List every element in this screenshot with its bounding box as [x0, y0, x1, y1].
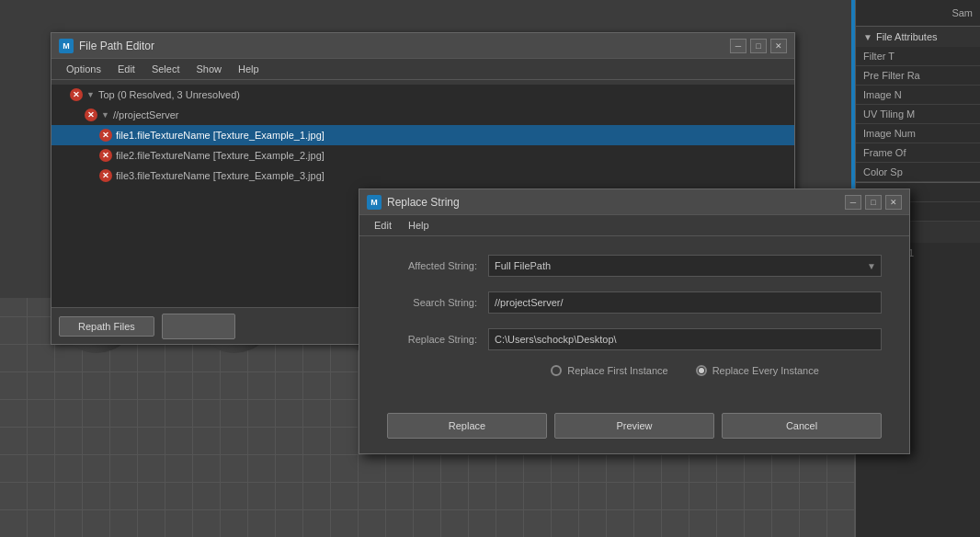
- arrow-expand-top: ▼: [86, 90, 95, 99]
- tree-row-server[interactable]: ✕ ▼ //projectServer: [51, 105, 794, 125]
- search-string-input[interactable]: [488, 291, 882, 314]
- error-icon-file2: ✕: [99, 149, 112, 162]
- close-button[interactable]: ✕: [770, 39, 787, 53]
- pre-filter-label: Pre Filter Ra: [863, 70, 920, 81]
- replace-dialog-controls: ─ □ ✕: [845, 195, 902, 210]
- color-sp-label: Color Sp: [863, 166, 903, 177]
- window-icon: M: [59, 39, 74, 53]
- frame-off-row: Frame Of: [856, 143, 980, 163]
- arrow-expand-server: ▼: [101, 110, 109, 120]
- affected-string-wrapper: Full FilePath Directory Only Filename On…: [488, 255, 882, 277]
- replace-dialog-body: Affected String: Full FilePath Directory…: [359, 236, 909, 413]
- window-controls: ─ □ ✕: [730, 39, 787, 53]
- image-n-row: Image N: [856, 86, 980, 105]
- preview-button[interactable]: Preview: [554, 413, 714, 439]
- search-string-label: Search String:: [387, 297, 488, 308]
- radio-every-instance[interactable]: Replace Every Instance: [696, 365, 819, 376]
- menu-show[interactable]: Show: [188, 62, 229, 76]
- image-num-row: Image Num: [856, 124, 980, 143]
- replace-maximize-button[interactable]: □: [865, 195, 882, 210]
- right-panel-top: Sam: [856, 0, 980, 27]
- tree-row-file3[interactable]: ✕ file3.fileTextureName [Texture_Example…: [51, 166, 794, 186]
- window-title: File Path Editor: [79, 40, 154, 52]
- tree-row-file1[interactable]: ✕ file1.fileTextureName [Texture_Example…: [51, 125, 794, 145]
- menu-edit[interactable]: Edit: [110, 62, 142, 76]
- radio-every-dot: [696, 365, 707, 376]
- replace-dialog-menu-bar: Edit Help: [359, 215, 909, 236]
- file-attributes-label: File Attributes: [876, 31, 938, 42]
- tree-label-top: Top (0 Resolved, 3 Unresolved): [98, 89, 240, 100]
- radio-every-label: Replace Every Instance: [712, 365, 819, 376]
- replace-dialog-icon: M: [367, 195, 382, 210]
- affected-string-row: Affected String: Full FilePath Directory…: [387, 255, 882, 277]
- replace-menu-help[interactable]: Help: [401, 218, 437, 233]
- file-attributes-arrow: ▼: [863, 32, 872, 42]
- tree-row-top[interactable]: ✕ ▼ Top (0 Resolved, 3 Unresolved): [51, 85, 794, 105]
- tree-label-server: //projectServer: [113, 109, 179, 120]
- file-attributes-section: ▼ File Attributes Filter T Pre Filter Ra…: [856, 27, 980, 183]
- radio-first-dot: [551, 365, 562, 376]
- file-path-editor-titlebar: M File Path Editor ─ □ ✕: [51, 33, 794, 59]
- menu-select[interactable]: Select: [144, 62, 188, 76]
- cancel-button[interactable]: Cancel: [722, 413, 882, 439]
- image-num-label: Image Num: [863, 128, 916, 139]
- radio-first-label: Replace First Instance: [567, 365, 667, 376]
- replace-titlebar-left: M Replace String: [367, 195, 460, 210]
- tree-label-file1: file1.fileTextureName [Texture_Example_1…: [116, 130, 325, 141]
- error-icon-top: ✕: [70, 88, 83, 101]
- replace-string-row: Replace String:: [387, 328, 882, 350]
- replace-button[interactable]: Replace: [387, 413, 547, 439]
- file-attributes-header[interactable]: ▼ File Attributes: [856, 27, 980, 47]
- affected-string-select[interactable]: Full FilePath Directory Only Filename On…: [488, 255, 882, 277]
- minimize-button[interactable]: ─: [730, 39, 746, 53]
- tree-label-file2: file2.fileTextureName [Texture_Example_2…: [116, 150, 325, 161]
- affected-string-label: Affected String:: [387, 260, 488, 271]
- replace-string-input[interactable]: [488, 328, 882, 350]
- dialog-button-row: Replace Preview Cancel: [359, 413, 909, 453]
- file-path-menu-bar: Options Edit Select Show Help: [51, 59, 794, 80]
- titlebar-left: M File Path Editor: [59, 39, 154, 53]
- replace-dialog-titlebar: M Replace String ─ □ ✕: [359, 189, 909, 215]
- menu-options[interactable]: Options: [59, 62, 108, 76]
- replace-menu-edit[interactable]: Edit: [367, 218, 399, 233]
- right-panel-sample-label: Sam: [952, 7, 973, 18]
- bottom-button-2[interactable]: [162, 314, 235, 339]
- replace-string-dialog: M Replace String ─ □ ✕ Edit Help Affecte…: [359, 189, 910, 454]
- maximize-button[interactable]: □: [750, 39, 767, 53]
- pre-filter-row: Pre Filter Ra: [856, 66, 980, 86]
- filter-row: Filter T: [856, 47, 980, 66]
- replace-dialog-title: Replace String: [387, 196, 460, 209]
- search-string-row: Search String:: [387, 291, 882, 314]
- uv-tiling-row: UV Tiling M: [856, 105, 980, 124]
- menu-help[interactable]: Help: [231, 62, 267, 76]
- replace-close-button[interactable]: ✕: [885, 195, 902, 210]
- repath-files-button[interactable]: Repath Files: [59, 316, 154, 337]
- tree-label-file3: file3.fileTextureName [Texture_Example_3…: [116, 170, 325, 181]
- error-icon-file3: ✕: [99, 169, 112, 182]
- error-icon-server: ✕: [85, 109, 97, 121]
- tree-row-file2[interactable]: ✕ file2.fileTextureName [Texture_Example…: [51, 145, 794, 166]
- radio-options-row: Replace First Instance Replace Every Ins…: [387, 365, 882, 376]
- image-n-label: Image N: [863, 89, 902, 100]
- replace-string-label: Replace String:: [387, 334, 488, 345]
- frame-off-label: Frame Of: [863, 147, 906, 158]
- uv-tiling-label: UV Tiling M: [863, 109, 915, 120]
- filter-label: Filter T: [863, 51, 895, 62]
- radio-first-instance[interactable]: Replace First Instance: [551, 365, 667, 376]
- color-sp-row: Color Sp: [856, 163, 980, 182]
- replace-minimize-button[interactable]: ─: [845, 195, 861, 210]
- error-icon-file1: ✕: [99, 129, 112, 142]
